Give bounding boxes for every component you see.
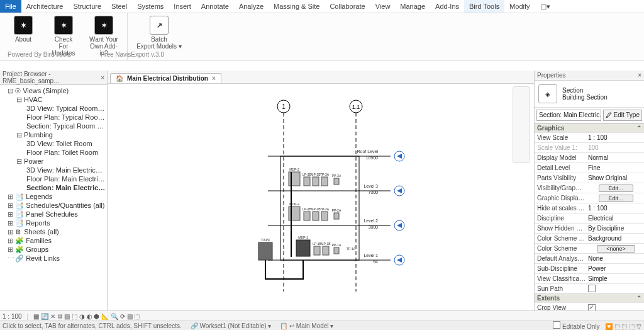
svg-rect-49 xyxy=(334,248,339,254)
property-row[interactable]: Parts VisibilityShow Original xyxy=(535,173,644,183)
tab-systems[interactable]: Systems xyxy=(132,0,169,13)
property-row[interactable]: DisciplineElectrical xyxy=(535,213,644,223)
svg-text:3800: 3800 xyxy=(368,225,378,229)
svg-rect-47 xyxy=(323,246,329,255)
edit-button[interactable]: Edit… xyxy=(599,195,633,202)
tab-birdtools[interactable]: Bird Tools xyxy=(464,0,504,13)
tab-steel[interactable]: Steel xyxy=(106,0,132,13)
bird-icon: ✶ xyxy=(54,16,73,35)
close-icon[interactable]: × xyxy=(638,72,641,79)
tab-modify[interactable]: Modify xyxy=(504,0,535,13)
close-icon[interactable]: × xyxy=(212,75,216,82)
tree-views[interactable]: ⊟ ⦾ Views (Simple) xyxy=(3,86,106,95)
tab-collaborate[interactable]: Collaborate xyxy=(325,0,370,13)
tree-legends[interactable]: ⊞ 📑 Legends xyxy=(3,192,106,201)
property-row[interactable]: Detail LevelFine xyxy=(535,162,644,173)
property-row[interactable]: Sub-DisciplinePower xyxy=(535,263,644,273)
tree-item[interactable]: 3D View: Typical Room WSH xyxy=(3,104,106,113)
editable-only-checkbox[interactable] xyxy=(553,321,560,329)
tab-play[interactable]: ▢▾ xyxy=(535,0,555,13)
property-row[interactable]: Visibility/Grap…Edit… xyxy=(535,183,644,193)
svg-rect-27 xyxy=(313,177,319,186)
tab-massing[interactable]: Massing & Site xyxy=(269,0,325,13)
svg-rect-25 xyxy=(304,177,310,186)
grid-bubble-2: 1.1 xyxy=(350,100,362,292)
tab-file[interactable]: File xyxy=(0,0,21,13)
property-row[interactable]: Color Scheme<none> xyxy=(535,243,644,253)
instance-selector[interactable]: Section: Main Electric… ▾ xyxy=(536,110,601,121)
edit-button[interactable]: Edit… xyxy=(599,185,633,192)
property-row[interactable]: Color Scheme …Background xyxy=(535,233,644,243)
tree-hvac[interactable]: ⊟ HVAC xyxy=(3,95,106,104)
scale-display[interactable]: 1 : 100 xyxy=(3,313,22,320)
svg-text:MP-1B: MP-1B xyxy=(321,242,331,246)
home-icon: 🏠 xyxy=(116,75,123,82)
project-browser-title: Project Browser - RME_basic_samp… × xyxy=(0,71,107,85)
app-status-bar: Click to select, TAB for alternates, CTR… xyxy=(0,321,644,330)
property-row[interactable]: Hide at scales …1 : 100 xyxy=(535,203,644,213)
property-row[interactable]: Sun Path xyxy=(535,283,644,293)
tree-item[interactable]: Section: Typical Room WSH xyxy=(3,122,106,130)
svg-text:94: 94 xyxy=(373,259,378,264)
tab-insert[interactable]: Insert xyxy=(169,0,196,13)
tree-item[interactable]: 3D View: Toilet Room xyxy=(3,139,106,148)
svg-text:1.1: 1.1 xyxy=(352,104,360,110)
tree-panel-schedules[interactable]: ⊞ 📑 Panel Schedules xyxy=(3,210,106,219)
tree-schedules[interactable]: ⊞ 📑 Schedules/Quantities (all) xyxy=(3,201,106,210)
tree-families[interactable]: ⊞ 🧩 Families xyxy=(3,236,106,245)
tab-structure[interactable]: Structure xyxy=(68,0,106,13)
tree-item[interactable]: Floor Plan: Main Electrical E xyxy=(3,174,106,183)
tab-view[interactable]: View xyxy=(370,0,396,13)
project-tree[interactable]: ⊟ ⦾ Views (Simple) ⊟ HVAC 3D View: Typic… xyxy=(0,85,107,264)
property-row[interactable]: Show Hidden …By Discipline xyxy=(535,223,644,233)
tab-annotate[interactable]: Annotate xyxy=(196,0,234,13)
tab-addins[interactable]: Add-Ins xyxy=(430,0,464,13)
property-row[interactable]: Display ModelNormal xyxy=(535,152,644,162)
edit-type-button[interactable]: 🖉 Edit Type xyxy=(603,110,642,121)
properties-panel: Properties × ◈ Section Building Section … xyxy=(534,71,644,311)
workset-selector[interactable]: Workset1 (Not Editable) xyxy=(200,322,267,329)
tab-manage[interactable]: Manage xyxy=(395,0,430,13)
view-tab-bar: 🏠 Main Electrical Distribution × xyxy=(108,71,534,84)
close-icon[interactable]: × xyxy=(101,74,104,81)
project-browser: Project Browser - RME_basic_samp… × ⊟ ⦾ … xyxy=(0,71,108,311)
view-status-bar: 1 : 100 | ▦ 🔄 ✕ ⚙ ▤ ⬚ ◑ ◐ ⬢ 📐 🔍 ⟳ ▤ ⬚ xyxy=(0,310,644,321)
model-selector[interactable]: Main Model xyxy=(296,322,329,329)
tree-plumbing[interactable]: ⊟ Plumbing xyxy=(3,130,106,139)
props-section-extents[interactable]: Extents⌃ xyxy=(535,293,644,302)
tree-links[interactable]: ⋯ 🔗 Revit Links xyxy=(3,254,106,263)
panels-level2: MDP-2 LP-2B MP-2B TP-2A PP-2A xyxy=(289,202,341,220)
property-row[interactable]: Graphic Displa…Edit… xyxy=(535,193,644,203)
tree-groups[interactable]: ⊞ 🧩 Groups xyxy=(3,245,106,254)
property-row[interactable]: Default Analys…None xyxy=(535,253,644,263)
edit-button[interactable]: <none> xyxy=(597,245,635,253)
tree-item-active[interactable]: Section: Main Electrical Di xyxy=(3,183,106,192)
property-row[interactable]: View Classifica…Simple xyxy=(535,273,644,283)
section-drawing: 1 1.1 Roof Level 10900 xyxy=(246,96,479,311)
tree-item[interactable]: Floor Plan: Typical Room W… xyxy=(3,113,106,122)
tree-sheets[interactable]: ⊞ 🗎 Sheets (all) xyxy=(3,227,106,236)
property-row[interactable]: Scale Value 1:100 xyxy=(535,142,644,152)
svg-rect-43 xyxy=(296,240,310,256)
tab-architecture[interactable]: Architecture xyxy=(21,0,69,13)
svg-text:Level 2: Level 2 xyxy=(364,219,378,223)
svg-text:MDP-1: MDP-1 xyxy=(298,236,308,239)
tree-item[interactable]: Floor Plan: Toilet Room xyxy=(3,148,106,157)
tree-reports[interactable]: ⊞ 📑 Reports xyxy=(3,219,106,227)
drawing-canvas[interactable]: 1 1.1 Roof Level 10900 xyxy=(108,84,534,311)
tab-analyze[interactable]: Analyze xyxy=(234,0,269,13)
checkbox[interactable] xyxy=(588,285,596,292)
svg-text:10900: 10900 xyxy=(366,156,379,160)
status-icons[interactable]: ▦ 🔄 ✕ ⚙ ▤ ⬚ ◑ ◐ ⬢ 📐 🔍 ⟳ ▤ ⬚ xyxy=(33,313,140,320)
navigation-bar[interactable] xyxy=(513,86,530,163)
props-section-graphics[interactable]: Graphics⌃ xyxy=(535,123,644,132)
tree-item[interactable]: 3D View: Main Electrical Dis xyxy=(3,166,106,174)
svg-rect-35 xyxy=(304,212,310,220)
properties-type[interactable]: ◈ Section Building Section xyxy=(535,81,644,107)
tree-power[interactable]: ⊟ Power xyxy=(3,157,106,166)
svg-rect-37 xyxy=(313,212,319,220)
svg-rect-41 xyxy=(334,213,339,219)
property-row[interactable]: View Scale1 : 100 xyxy=(535,132,644,142)
view-tab[interactable]: 🏠 Main Electrical Distribution × xyxy=(110,73,221,83)
bird-icon: ✶ xyxy=(14,16,33,35)
